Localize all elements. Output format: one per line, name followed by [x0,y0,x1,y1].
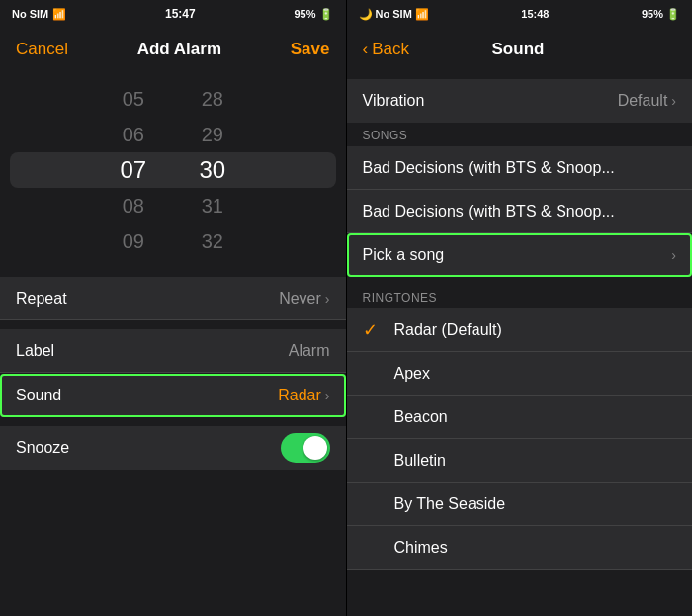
battery-icon: 🔋 [319,8,333,21]
min-32: 32 [173,223,252,259]
left-nav-bar: Cancel Add Alarm Save [0,28,346,71]
right-status-carrier: 🌙 No SIM 📶 [359,8,429,21]
vibration-value: Default › [618,92,676,110]
vibration-default-text: Default [618,92,668,110]
left-panel: No SIM 📶 15:47 95% 🔋 Cancel Add Alarm Sa… [0,0,346,616]
wifi-icon: 📶 [52,8,66,21]
min-28: 28 [173,81,252,117]
battery-label: 95% [294,8,315,20]
hour-09: 09 [94,223,173,259]
right-battery-icon: 🔋 [666,8,680,20]
min-33: 33 [173,259,252,269]
ringtone-label-bytheseaside: By The Seaside [394,495,506,513]
pick-song-row[interactable]: Pick a song › [347,233,693,277]
song-row-1[interactable]: Bad Decisions (with BTS & Snoop... [347,146,693,190]
ringtone-label-bulletin: Bulletin [394,452,446,470]
spacer-1 [0,269,346,277]
vibration-row[interactable]: Vibration Default › [347,79,693,123]
ringtones-section: RINGTONES ✓ Radar (Default) ✓ Apex ✓ Bea… [347,285,693,570]
ringtone-check-bulletin: ✓ [363,450,383,472]
ringtone-row-chimes[interactable]: ✓ Chimes [347,526,693,570]
right-no-sim: No SIM [376,8,412,20]
back-label: Back [372,40,409,59]
spacer-3 [0,418,346,426]
song-label-2: Bad Decisions (with BTS & Snoop... [363,203,677,220]
spacer-2 [0,321,346,329]
back-button[interactable]: ‹ Back [363,40,409,59]
toggle-knob [303,436,327,460]
add-alarm-title: Add Alarm [137,40,221,59]
hour-04: 04 [94,71,173,81]
ringtone-check-beacon: ✓ [363,406,383,428]
hour-08: 08 [94,188,173,223]
hour-05: 05 [94,81,173,117]
pick-song-label: Pick a song [363,246,445,264]
hour-07: 07 [94,152,173,188]
time-picker[interactable]: 04 05 06 07 08 09 10 27 28 29 30 31 32 3… [0,71,346,269]
minutes-column[interactable]: 27 28 29 30 31 32 33 [173,71,252,269]
sound-label: Sound [16,387,61,404]
ringtone-row-bytheseaside[interactable]: ✓ By The Seaside [347,483,693,526]
right-moon-icon: 🌙 [359,8,373,20]
ringtone-label-chimes: Chimes [394,539,448,557]
repeat-value: Never › [279,290,329,308]
sound-row[interactable]: Sound Radar › [0,374,346,417]
vibration-label: Vibration [363,92,425,110]
ringtone-row-radar[interactable]: ✓ Radar (Default) [347,308,693,352]
snooze-row[interactable]: Snooze [0,426,346,470]
snooze-toggle[interactable] [281,433,330,463]
right-nav-bar: ‹ Back Sound [347,28,693,71]
ringtone-check-chimes: ✓ [363,537,383,559]
back-chevron-icon: ‹ [363,40,369,59]
right-status-bar: 🌙 No SIM 📶 15:48 95% 🔋 [347,0,693,28]
hours-column[interactable]: 04 05 06 07 08 09 10 [94,71,173,269]
time-picker-columns: 04 05 06 07 08 09 10 27 28 29 30 31 32 3… [94,71,252,269]
sound-value: Radar › [278,387,329,404]
min-27: 27 [173,71,252,81]
ringtone-row-beacon[interactable]: ✓ Beacon [347,396,693,439]
ringtone-row-bulletin[interactable]: ✓ Bulletin [347,439,693,483]
left-battery: 95% 🔋 [294,8,333,21]
sound-chevron: › [325,388,330,403]
right-battery-label: 95% [642,8,663,20]
min-31: 31 [173,188,252,223]
repeat-label: Repeat [16,290,67,308]
right-panel: 🌙 No SIM 📶 15:48 95% 🔋 ‹ Back Sound Vibr… [347,0,693,616]
songs-section-label: SONGS [347,123,693,146]
ringtone-label-apex: Apex [394,365,430,383]
hour-10: 10 [94,259,173,269]
ringtone-check-radar: ✓ [363,319,383,341]
repeat-row[interactable]: Repeat Never › [0,277,346,320]
cancel-button[interactable]: Cancel [16,40,68,59]
min-30: 30 [173,152,252,188]
ringtone-check-bytheseaside: ✓ [363,493,383,515]
settings-list: Repeat Never › Label Alarm Sound Radar ›… [0,277,346,616]
right-time: 15:48 [521,8,549,20]
song-label-1: Bad Decisions (with BTS & Snoop... [363,159,677,177]
left-time: 15:47 [165,7,196,21]
songs-section: SONGS Bad Decisions (with BTS & Snoop...… [347,123,693,277]
no-sim-label: No SIM [12,8,48,20]
ringtone-row-apex[interactable]: ✓ Apex [347,352,693,396]
ringtone-label-radar: Radar (Default) [394,321,502,339]
ringtones-section-label: RINGTONES [347,285,693,308]
song-row-2[interactable]: Bad Decisions (with BTS & Snoop... [347,190,693,233]
right-battery: 95% 🔋 [642,8,680,21]
save-button[interactable]: Save [291,40,330,59]
left-status-bar: No SIM 📶 15:47 95% 🔋 [0,0,346,28]
sound-title: Sound [492,40,545,59]
left-status-carrier: No SIM 📶 [12,8,66,21]
repeat-chevron: › [325,291,330,307]
min-29: 29 [173,117,252,152]
label-value: Alarm [289,342,330,360]
label-row[interactable]: Label Alarm [0,329,346,373]
ringtone-check-apex: ✓ [363,363,383,385]
pick-song-chevron-icon: › [671,247,676,263]
right-wifi-icon: 📶 [415,8,429,20]
snooze-label: Snooze [16,439,69,457]
ringtone-label-beacon: Beacon [394,408,448,426]
hour-06: 06 [94,117,173,152]
label-label: Label [16,342,54,360]
vibration-chevron-icon: › [671,93,676,109]
